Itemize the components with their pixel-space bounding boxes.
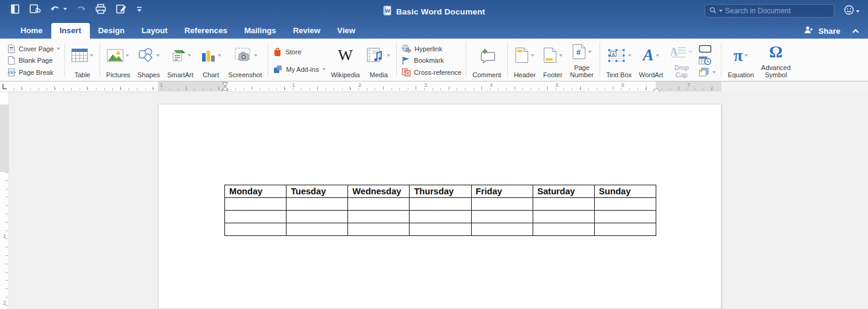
comment-button[interactable]: Comment — [469, 40, 504, 79]
insert-ribbon: Cover Page Blank Page Page Break — [0, 39, 868, 81]
date-time-button[interactable] — [699, 55, 716, 66]
tab-review[interactable]: Review — [285, 23, 329, 39]
top-margin-segment — [0, 104, 9, 172]
search-box[interactable] — [705, 4, 834, 18]
bookmark-button[interactable]: Bookmark — [401, 55, 461, 66]
smartart-button[interactable]: SmartArt — [164, 40, 196, 79]
table-cell[interactable] — [348, 223, 410, 236]
smartart-caret[interactable] — [188, 54, 191, 57]
pictures-caret[interactable] — [125, 54, 129, 57]
customize-toolbar-icon[interactable] — [136, 5, 143, 13]
save-icon[interactable] — [29, 4, 41, 14]
table-cell[interactable] — [348, 211, 410, 223]
hyperlink-button[interactable]: Hyperlink — [401, 43, 461, 54]
media-button[interactable]: Media — [364, 40, 393, 79]
equation-button[interactable]: π Equation — [724, 40, 756, 79]
screenshot-caret[interactable] — [254, 54, 258, 57]
tab-mailings[interactable]: Mailings — [236, 23, 285, 39]
text-box-caret[interactable] — [628, 54, 632, 57]
tab-view[interactable]: View — [329, 23, 364, 39]
table-cell[interactable]: Friday — [471, 185, 533, 198]
table-cell[interactable] — [594, 223, 656, 236]
my-addins-caret[interactable] — [322, 68, 326, 71]
advanced-symbol-button[interactable]: Ω Advanced Symbol — [758, 40, 794, 79]
table-cell[interactable] — [533, 198, 594, 211]
table-cell[interactable] — [533, 211, 594, 223]
tab-insert[interactable]: Insert — [51, 23, 90, 39]
tab-design[interactable]: Design — [90, 23, 133, 39]
table-cell[interactable] — [410, 211, 471, 223]
shapes-button[interactable]: Shapes — [135, 40, 163, 79]
table-cell[interactable] — [287, 198, 348, 211]
wikipedia-button[interactable]: W Wikipedia — [328, 40, 363, 79]
media-caret[interactable] — [387, 54, 390, 57]
screenshot-icon — [233, 48, 252, 63]
title-bar: W Basic Word Document Home Insert Design… — [0, 0, 868, 39]
table-cell[interactable] — [594, 211, 656, 223]
table-cell[interactable] — [225, 223, 287, 236]
my-addins-button[interactable]: My Add-ins — [273, 63, 325, 75]
table-cell[interactable] — [225, 211, 287, 223]
footer-button[interactable]: Footer — [540, 40, 566, 79]
chart-caret[interactable] — [218, 54, 221, 57]
table-cell[interactable]: Wednesday — [348, 185, 410, 198]
header-button[interactable]: Header — [511, 40, 539, 79]
tab-home[interactable]: Home — [12, 23, 51, 39]
page-number-button[interactable]: # Page Number — [567, 40, 597, 79]
feedback-caret[interactable] — [856, 10, 860, 13]
object-caret[interactable] — [712, 71, 716, 74]
shapes-caret[interactable] — [156, 54, 160, 57]
pictures-button[interactable]: Pictures — [103, 40, 133, 79]
document-page[interactable]: Monday Tuesday Wednesday Thursday Friday… — [158, 104, 721, 309]
object-button[interactable] — [699, 66, 716, 78]
cross-reference-button[interactable]: Cross-reference — [401, 66, 461, 78]
table-cell[interactable] — [471, 198, 533, 211]
table-cell[interactable]: Monday — [225, 185, 287, 198]
my-addins-icon — [273, 65, 283, 74]
table-cell[interactable]: Saturday — [533, 185, 594, 198]
tab-layout[interactable]: Layout — [133, 23, 176, 39]
text-box-button[interactable]: A Text Box — [603, 40, 635, 79]
chart-button[interactable]: Chart — [198, 40, 224, 79]
table-cell[interactable] — [533, 223, 594, 236]
table-cell[interactable] — [471, 211, 533, 223]
table-cell[interactable] — [287, 223, 348, 236]
search-scope-caret[interactable] — [719, 10, 723, 12]
footer-caret[interactable] — [559, 54, 563, 57]
share-button[interactable]: Share — [819, 27, 840, 36]
frame-button[interactable] — [699, 43, 716, 54]
ribbon-tabs: Home Insert Design Layout References Mai… — [12, 23, 364, 39]
undo-button[interactable] — [49, 4, 67, 14]
table-cell[interactable] — [348, 198, 410, 211]
table-cell[interactable] — [471, 223, 533, 236]
page-break-button[interactable]: Page Break — [7, 66, 60, 78]
store-button[interactable]: Store — [273, 46, 325, 57]
equation-caret[interactable] — [744, 54, 748, 57]
table-cell[interactable]: Sunday — [594, 185, 656, 198]
new-document-icon[interactable] — [10, 4, 21, 14]
search-input[interactable] — [725, 7, 829, 15]
blank-page-button[interactable]: Blank Page — [7, 55, 60, 66]
cover-page-caret[interactable] — [57, 48, 60, 50]
collapse-ribbon-icon[interactable] — [852, 28, 860, 34]
table-cell[interactable] — [410, 223, 471, 236]
print-icon[interactable] — [95, 4, 107, 14]
screenshot-button[interactable]: Screenshot — [226, 40, 265, 79]
feedback-smiley-icon[interactable] — [844, 5, 854, 18]
cover-page-button[interactable]: Cover Page — [7, 43, 60, 54]
table-cell[interactable] — [225, 198, 287, 211]
page-number-caret[interactable] — [588, 51, 592, 53]
undo-dropdown-caret[interactable] — [63, 8, 67, 10]
wordart-button[interactable]: A WordArt — [636, 40, 666, 79]
header-caret[interactable] — [531, 54, 534, 57]
tab-references[interactable]: References — [176, 23, 236, 39]
table-cell[interactable]: Tuesday — [287, 185, 348, 198]
table-caret[interactable] — [90, 54, 93, 57]
table-cell[interactable] — [594, 198, 656, 211]
table-cell[interactable] — [287, 211, 348, 223]
table-button[interactable]: Table — [68, 40, 97, 79]
format-painter-icon[interactable] — [115, 4, 127, 14]
table-cell[interactable] — [410, 198, 471, 211]
table-cell[interactable]: Thursday — [410, 185, 471, 198]
wordart-caret[interactable] — [656, 54, 659, 57]
